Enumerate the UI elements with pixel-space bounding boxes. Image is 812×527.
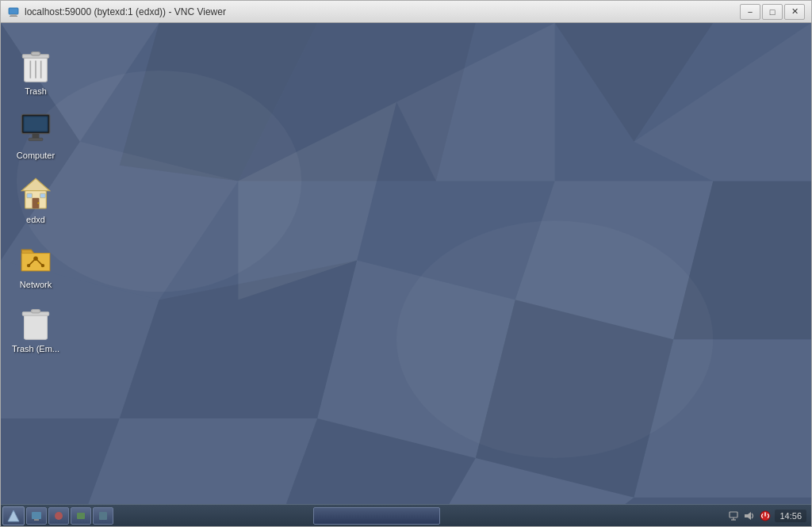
svg-point-26 — [396, 221, 713, 458]
svg-rect-57 — [99, 512, 107, 520]
svg-rect-0 — [9, 8, 18, 14]
network-icon — [20, 242, 52, 277]
computer-label: Computer — [17, 151, 55, 161]
svg-rect-49 — [25, 315, 48, 339]
power-tray-icon[interactable] — [759, 510, 772, 522]
svg-point-41 — [37, 202, 39, 204]
computer-icon-desktop[interactable]: Computer — [4, 109, 67, 164]
svg-rect-54 — [34, 519, 39, 521]
taskbar-apps — [26, 507, 313, 525]
svg-rect-2 — [10, 16, 17, 17]
window-controls: − □ ✕ — [740, 4, 805, 20]
svg-rect-42 — [27, 193, 33, 198]
home-icon — [20, 177, 52, 212]
trash-empty-icon-desktop[interactable]: Trash (Em... — [4, 303, 67, 357]
computer-icon — [20, 113, 52, 147]
network-icon-desktop[interactable]: Network — [4, 239, 67, 293]
svg-rect-32 — [31, 52, 40, 55]
svg-rect-53 — [32, 512, 41, 519]
window-title: localhost:59000 (bytexd:1 (edxd)) - VNC … — [25, 6, 740, 17]
maximize-button[interactable]: □ — [762, 4, 783, 20]
taskbar-app-2[interactable] — [48, 507, 69, 525]
minimize-button[interactable]: − — [740, 4, 760, 20]
svg-rect-58 — [730, 512, 737, 517]
svg-rect-51 — [31, 309, 40, 312]
title-bar: localhost:59000 (bytexd:1 (edxd)) - VNC … — [1, 1, 811, 23]
trash-empty-icon — [20, 306, 52, 341]
active-window-button[interactable] — [313, 507, 440, 525]
close-button[interactable]: ✕ — [784, 4, 805, 20]
svg-marker-61 — [745, 512, 751, 520]
svg-rect-35 — [25, 117, 48, 132]
volume-tray-icon[interactable] — [743, 510, 756, 522]
network-tray-icon[interactable] — [727, 510, 740, 522]
svg-rect-37 — [29, 138, 43, 140]
taskbar-app-3[interactable] — [71, 507, 91, 525]
taskbar-app-1[interactable] — [26, 507, 47, 525]
trash-empty-label: Trash (Em... — [12, 344, 59, 354]
taskbar: 14:56 — [1, 504, 811, 526]
svg-rect-1 — [10, 14, 17, 16]
svg-marker-38 — [21, 178, 50, 191]
svg-rect-56 — [77, 513, 85, 519]
taskbar-app-4[interactable] — [93, 507, 113, 525]
home-label: edxd — [26, 215, 45, 225]
svg-marker-52 — [8, 510, 19, 521]
svg-point-55 — [55, 512, 63, 520]
trash-label: Trash — [25, 86, 47, 97]
desktop: Trash Computer — [1, 23, 811, 504]
taskbar-clock: 14:56 — [775, 510, 806, 522]
start-button[interactable] — [2, 506, 25, 525]
taskbar-tray: 14:56 — [727, 510, 810, 522]
home-icon-desktop[interactable]: edxd — [4, 174, 67, 228]
vnc-window: localhost:59000 (bytexd:1 (edxd)) - VNC … — [0, 0, 812, 527]
svg-marker-21 — [80, 418, 317, 504]
vnc-icon — [7, 6, 20, 18]
trash-icon — [20, 48, 52, 83]
trash-icon-desktop[interactable]: Trash — [4, 45, 67, 100]
desktop-icons: Trash Computer — [1, 39, 71, 370]
svg-rect-43 — [40, 193, 46, 198]
network-label: Network — [20, 280, 52, 290]
